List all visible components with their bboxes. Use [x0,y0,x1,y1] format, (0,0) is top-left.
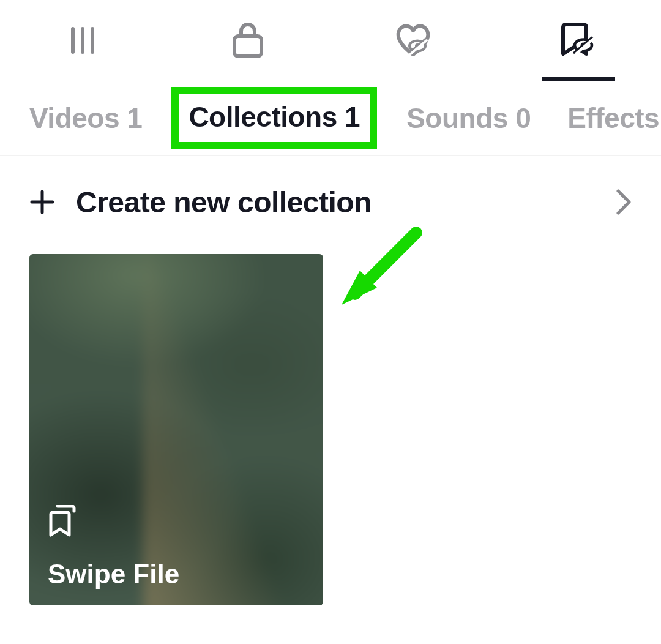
annotation-highlight-box: Collections 1 [171,87,377,149]
tab-saved[interactable] [496,0,661,81]
collection-thumbnail-image [29,254,323,605]
grid-icon [67,25,98,56]
lock-icon [230,21,266,59]
collection-tile-name: Swipe File [48,559,179,590]
heart-hidden-icon [393,23,433,58]
plus-icon [29,189,55,215]
bookmark-hidden-icon [558,21,599,59]
subtab-collections[interactable]: Collections 1 [189,95,360,139]
create-new-collection-row[interactable]: Create new collection [0,156,661,248]
top-tab-bar [0,0,661,81]
svg-marker-17 [342,271,377,305]
subtab-sounds[interactable]: Sounds 0 [406,95,531,141]
chevron-right-icon [616,189,632,215]
tab-private[interactable] [165,0,330,81]
tab-posts[interactable] [0,0,165,81]
bookmark-collection-icon [48,505,78,541]
subtab-videos[interactable]: Videos 1 [29,95,142,141]
saved-subtabs: Videos 1 Collections 1 Sounds 0 Effects … [0,81,661,156]
collection-tile[interactable]: Swipe File [29,254,323,605]
svg-rect-3 [234,36,261,56]
create-new-collection-label: Create new collection [76,185,595,219]
active-tab-underline [542,77,615,81]
subtab-effects[interactable]: Effects 0 [567,95,661,141]
tab-liked[interactable] [330,0,496,81]
